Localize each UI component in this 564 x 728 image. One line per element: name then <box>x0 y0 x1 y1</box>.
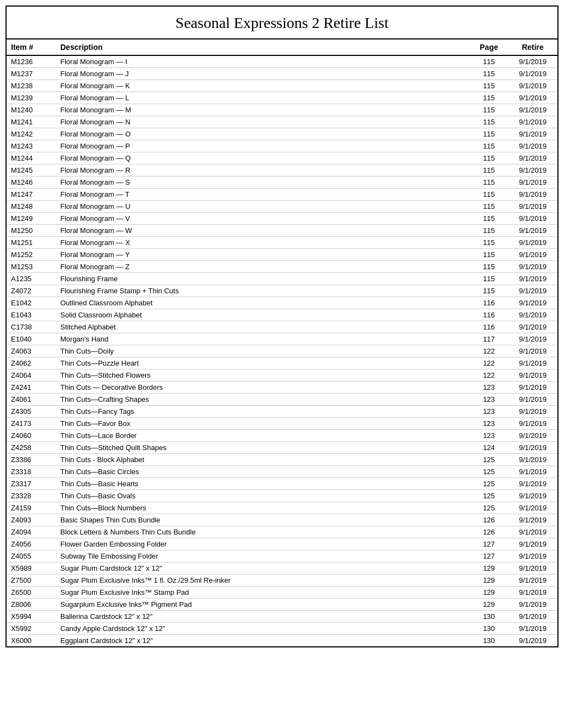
cell-page: 115 <box>470 177 508 189</box>
cell-retire: 9/1/2019 <box>508 213 557 225</box>
cell-retire: 9/1/2019 <box>508 466 557 478</box>
col-header-page: Page <box>470 39 508 55</box>
cell-item-number: Z4062 <box>7 357 56 369</box>
table-row: Z4061Thin Cuts—Crafting Shapes1239/1/201… <box>7 394 557 406</box>
table-row: Z6500Sugar Plum Exclusive Inks™ Stamp Pa… <box>7 587 557 599</box>
cell-description: Sugarplum Exclusive Inks™ Pigment Pad <box>56 599 470 611</box>
cell-description: Floral Monogram — V <box>56 213 470 225</box>
table-header-row: Item # Description Page Retire <box>7 39 557 55</box>
cell-description: Thin Cuts—Block Numbers <box>56 502 470 514</box>
cell-item-number: M1247 <box>7 189 56 201</box>
table-row: Z3318Thin Cuts—Basic Circles1259/1/2019 <box>7 466 557 478</box>
table-row: Z3317Thin Cuts—Basic Hearts1259/1/2019 <box>7 478 557 490</box>
cell-retire: 9/1/2019 <box>508 273 557 285</box>
cell-retire: 9/1/2019 <box>508 611 557 623</box>
cell-page: 115 <box>470 68 508 80</box>
cell-retire: 9/1/2019 <box>508 68 557 80</box>
cell-item-number: M1241 <box>7 116 56 128</box>
cell-page: 126 <box>470 514 508 526</box>
table-row: M1252Floral Monogram — Y1159/1/2019 <box>7 249 557 261</box>
cell-description: Floral Monogram — J <box>56 68 470 80</box>
cell-item-number: Z4060 <box>7 430 56 442</box>
cell-description: Floral Monogram — N <box>56 116 470 128</box>
cell-retire: 9/1/2019 <box>508 478 557 490</box>
cell-description: Floral Monogram — Y <box>56 249 470 261</box>
page-container: Seasonal Expressions 2 Retire List Item … <box>5 5 559 647</box>
table-row: M1249Floral Monogram — V1159/1/2019 <box>7 213 557 225</box>
cell-item-number: M1252 <box>7 249 56 261</box>
cell-page: 130 <box>470 623 508 635</box>
cell-description: Stitched Alphabet <box>56 321 470 333</box>
cell-description: Floral Monogram — O <box>56 128 470 140</box>
cell-item-number: E1043 <box>7 309 56 321</box>
cell-item-number: Z3318 <box>7 466 56 478</box>
cell-item-number: E1040 <box>7 333 56 345</box>
cell-item-number: X5992 <box>7 623 56 635</box>
cell-retire: 9/1/2019 <box>508 128 557 140</box>
cell-item-number: Z7500 <box>7 575 56 587</box>
cell-description: Floral Monogram — U <box>56 201 470 213</box>
retire-list-table: Item # Description Page Retire M1236Flor… <box>7 39 557 646</box>
table-row: M1244Floral Monogram — Q1159/1/2019 <box>7 152 557 164</box>
cell-page: 116 <box>470 321 508 333</box>
cell-item-number: M1253 <box>7 261 56 273</box>
cell-item-number: C1738 <box>7 321 56 333</box>
cell-retire: 9/1/2019 <box>508 333 557 345</box>
table-row: Z4305Thin Cuts—Fancy Tags1239/1/2019 <box>7 406 557 418</box>
cell-retire: 9/1/2019 <box>508 575 557 587</box>
cell-page: 115 <box>470 92 508 104</box>
cell-retire: 9/1/2019 <box>508 285 557 297</box>
cell-page: 115 <box>470 128 508 140</box>
cell-item-number: M1248 <box>7 201 56 213</box>
table-row: M1236Floral Monogram — I1159/1/2019 <box>7 55 557 68</box>
cell-retire: 9/1/2019 <box>508 140 557 152</box>
cell-retire: 9/1/2019 <box>508 116 557 128</box>
cell-page: 115 <box>470 80 508 92</box>
cell-page: 123 <box>470 418 508 430</box>
cell-page: 123 <box>470 406 508 418</box>
cell-item-number: E1042 <box>7 297 56 309</box>
cell-page: 127 <box>470 550 508 562</box>
cell-retire: 9/1/2019 <box>508 249 557 261</box>
table-row: M1245Floral Monogram — R1159/1/2019 <box>7 164 557 177</box>
cell-retire: 9/1/2019 <box>508 237 557 249</box>
table-row: M1247Floral Monogram — T1159/1/2019 <box>7 189 557 201</box>
cell-description: Floral Monogram — M <box>56 104 470 116</box>
cell-page: 117 <box>470 333 508 345</box>
table-row: Z4173Thin Cuts—Favor Box1239/1/2019 <box>7 418 557 430</box>
table-row: Z4062Thin Cuts—Puzzle Heart1229/1/2019 <box>7 357 557 369</box>
cell-page: 115 <box>470 152 508 164</box>
cell-item-number: Z4305 <box>7 406 56 418</box>
cell-page: 130 <box>470 635 508 647</box>
cell-description: Floral Monogram — P <box>56 140 470 152</box>
cell-retire: 9/1/2019 <box>508 490 557 502</box>
cell-description: Basic Shapes Thin Cuts Bundle <box>56 514 470 526</box>
cell-retire: 9/1/2019 <box>508 550 557 562</box>
cell-item-number: M1251 <box>7 237 56 249</box>
table-row: X5994Ballerina Cardstock 12" x 12"1309/1… <box>7 611 557 623</box>
cell-item-number: M1237 <box>7 68 56 80</box>
cell-item-number: Z4064 <box>7 369 56 382</box>
cell-description: Morgan's Hand <box>56 333 470 345</box>
cell-retire: 9/1/2019 <box>508 80 557 92</box>
table-row: Z3328Thin Cuts—Basic Ovals1259/1/2019 <box>7 490 557 502</box>
table-row: X6000Eggplant Cardstock 12" x 12"1309/1/… <box>7 635 557 647</box>
cell-item-number: Z4241 <box>7 382 56 394</box>
cell-page: 115 <box>470 116 508 128</box>
cell-description: Thin Cuts—Fancy Tags <box>56 406 470 418</box>
table-row: M1246Floral Monogram — S1159/1/2019 <box>7 177 557 189</box>
cell-description: Floral Monogram — T <box>56 189 470 201</box>
table-row: M1240Floral Monogram — M1159/1/2019 <box>7 104 557 116</box>
cell-description: Flower Garden Embossing Folder <box>56 538 470 550</box>
cell-retire: 9/1/2019 <box>508 321 557 333</box>
cell-retire: 9/1/2019 <box>508 538 557 550</box>
cell-retire: 9/1/2019 <box>508 514 557 526</box>
cell-item-number: Z3317 <box>7 478 56 490</box>
cell-item-number: Z4093 <box>7 514 56 526</box>
cell-description: Sugar Plum Exclusive Inks™ Stamp Pad <box>56 587 470 599</box>
cell-item-number: Z3328 <box>7 490 56 502</box>
cell-description: Thin Cuts—Crafting Shapes <box>56 394 470 406</box>
cell-retire: 9/1/2019 <box>508 502 557 514</box>
cell-page: 115 <box>470 213 508 225</box>
cell-retire: 9/1/2019 <box>508 526 557 538</box>
